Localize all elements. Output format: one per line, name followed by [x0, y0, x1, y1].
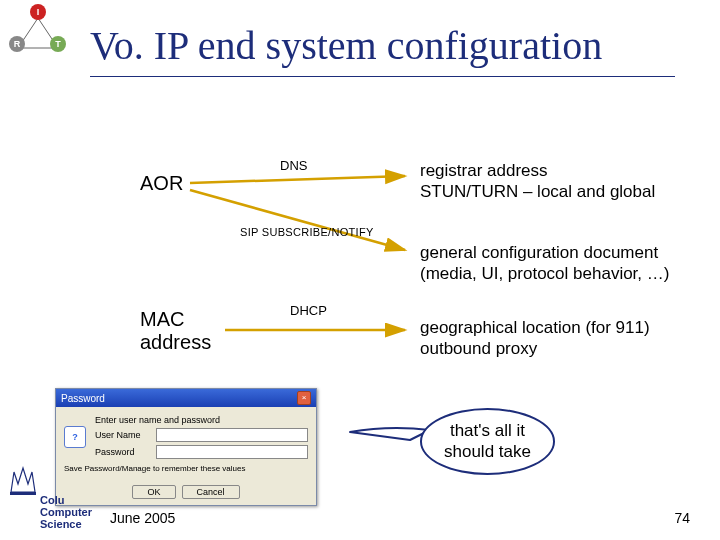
- slide-title: Vo. IP end system configuration: [90, 22, 602, 69]
- footer-date: June 2005: [110, 510, 175, 526]
- irt-node-r: R: [9, 36, 25, 52]
- username-label: User Name: [95, 430, 151, 440]
- columbia-logo-text: Colu Computer Science: [40, 494, 92, 530]
- svg-line-1: [190, 190, 405, 250]
- dns-result-text: registrar address STUN/TURN – local and …: [420, 160, 655, 203]
- summary-callout: that's all it should take: [420, 408, 555, 475]
- password-label: Password: [95, 447, 151, 457]
- title-underline: [90, 76, 675, 77]
- ok-button[interactable]: OK: [132, 485, 175, 499]
- sip-method-label: SIP SUBSCRIBE/NOTIFY: [240, 226, 374, 238]
- save-password-label: Save Password/Manage to remember these v…: [64, 462, 308, 473]
- dns-method-label: DNS: [280, 158, 307, 173]
- irt-node-t: T: [50, 36, 66, 52]
- svg-rect-6: [10, 492, 36, 495]
- columbia-crown-icon: [8, 462, 38, 498]
- mac-source-label: MAC address: [140, 308, 211, 354]
- summary-callout-text: that's all it should take: [444, 421, 531, 461]
- sip-result-text: general configuration document (media, U…: [420, 242, 669, 285]
- dhcp-method-label: DHCP: [290, 303, 327, 318]
- dialog-title-text: Password: [61, 393, 105, 404]
- dhcp-result-text: geographical location (for 911) outbound…: [420, 317, 650, 360]
- aor-source-label: AOR: [140, 172, 183, 195]
- password-dialog: Password × ? Enter user name and passwor…: [55, 388, 317, 506]
- svg-line-0: [190, 176, 405, 183]
- close-icon[interactable]: ×: [297, 391, 311, 405]
- cancel-button[interactable]: Cancel: [182, 485, 240, 499]
- password-field[interactable]: [156, 445, 308, 459]
- dialog-titlebar: Password ×: [56, 389, 316, 407]
- footer-page-number: 74: [674, 510, 690, 526]
- irt-node-i: I: [30, 4, 46, 20]
- question-icon: ?: [64, 426, 86, 448]
- username-field[interactable]: [156, 428, 308, 442]
- dialog-prompt: Enter user name and password: [95, 415, 308, 425]
